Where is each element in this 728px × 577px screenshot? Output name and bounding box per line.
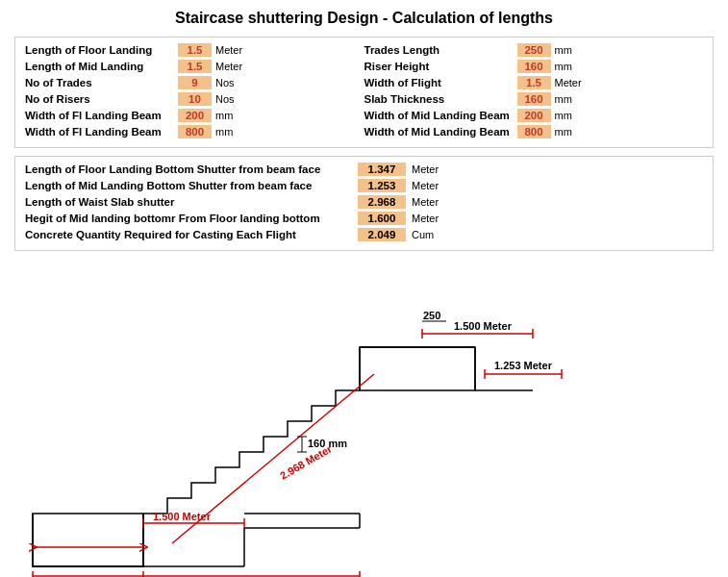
input-label: Trades Length [364,44,514,56]
input-value: 800 [517,125,551,138]
result-label: Length of Mid Landing Bottom Shutter fro… [25,180,352,191]
result-unit: Cum [412,229,434,240]
input-row: Length of Mid Landing 1.5 Meter [25,60,364,73]
result-row: Length of Floor Landing Bottom Shutter f… [25,163,703,176]
input-value: 160 [517,92,551,106]
svg-text:1.253 Meter: 1.253 Meter [494,360,553,371]
input-row: Length of Floor Landing 1.5 Meter [25,43,364,57]
input-unit: Meter [215,44,242,56]
input-unit: Nos [215,93,235,105]
input-label: Width of Fl Landing Beam [25,126,174,138]
input-unit: Meter [555,77,582,88]
left-inputs: Length of Floor Landing 1.5 Meter Length… [25,43,364,141]
svg-text:250: 250 [423,310,440,321]
result-label: Length of Waist Slab shutter [25,196,352,208]
input-value: 200 [178,109,212,122]
input-unit: mm [555,126,572,138]
input-label: Width of Fl Landing Beam [25,110,174,121]
input-value: 200 [517,109,551,122]
input-unit: mm [555,93,572,105]
result-unit: Meter [412,180,439,191]
results-section: Length of Floor Landing Bottom Shutter f… [14,156,714,251]
result-row: Length of Mid Landing Bottom Shutter fro… [25,179,703,192]
input-label: Length of Mid Landing [25,61,174,72]
input-unit: Nos [215,77,235,88]
input-unit: mm [215,110,233,121]
input-value: 160 [517,60,551,73]
input-label: Width of Mid Landing Beam [364,110,514,121]
staircase-diagram: 250 1.500 Meter 1.253 Meter 160 mm 1.500… [14,259,714,577]
input-row: No of Risers 10 Nos [25,92,364,106]
svg-text:1.500 Meter: 1.500 Meter [153,511,212,522]
input-row: Width of Mid Landing Beam 800 mm [364,125,704,138]
result-row: Hegit of Mid landing bottomr From Floor … [25,212,703,225]
input-label: Width of Flight [364,77,514,88]
input-section: Length of Floor Landing 1.5 Meter Length… [14,37,714,148]
result-label: Hegit of Mid landing bottomr From Floor … [25,213,352,224]
input-row: No of Trades 9 Nos [25,76,364,89]
input-value: 1.5 [178,43,212,57]
input-value: 10 [178,92,212,106]
input-value: 9 [178,76,212,89]
input-unit: mm [555,44,572,56]
result-row: Length of Waist Slab shutter 2.968 Meter [25,195,703,209]
result-row: Concrete Quantity Required for Casting E… [25,228,703,241]
input-row: Trades Length 250 mm [364,43,704,57]
result-unit: Meter [412,163,439,175]
input-label: No of Trades [25,77,174,88]
result-unit: Meter [412,213,439,224]
result-value: 2.968 [358,195,406,209]
input-label: No of Risers [25,93,174,105]
input-unit: mm [555,61,572,72]
result-value: 2.049 [358,228,406,241]
input-unit: mm [215,126,233,138]
right-inputs: Trades Length 250 mm Riser Height 160 mm… [364,43,704,141]
svg-line-19 [172,422,374,489]
input-row: Riser Height 160 mm [364,60,704,73]
result-label: Length of Floor Landing Bottom Shutter f… [25,163,352,175]
input-row: Width of Fl Landing Beam 800 mm [25,125,364,138]
svg-text:1.500 Meter: 1.500 Meter [454,320,513,332]
input-row: Width of Fl Landing Beam 200 mm [25,109,364,122]
input-row: Width of Flight 1.5 Meter [364,76,704,89]
input-row: Slab Thickness 160 mm [364,92,704,106]
input-label: Slab Thickness [364,93,514,105]
input-value: 250 [517,43,551,57]
result-value: 1.347 [358,163,406,176]
result-label: Concrete Quantity Required for Casting E… [25,229,352,240]
input-unit: Meter [215,61,242,72]
input-label: Riser Height [364,61,514,72]
input-label: Length of Floor Landing [25,44,174,56]
result-unit: Meter [412,196,439,208]
svg-rect-1 [360,347,475,390]
input-value: 800 [178,125,212,138]
input-unit: mm [555,110,572,121]
result-value: 1.600 [358,212,406,225]
input-row: Width of Mid Landing Beam 200 mm [364,109,704,122]
svg-rect-0 [33,514,143,566]
page-title: Staircase shuttering Design - Calculatio… [14,10,714,27]
result-value: 1.253 [358,179,406,192]
input-value: 1.5 [517,76,551,89]
input-value: 1.5 [178,60,212,73]
input-label: Width of Mid Landing Beam [364,126,514,138]
